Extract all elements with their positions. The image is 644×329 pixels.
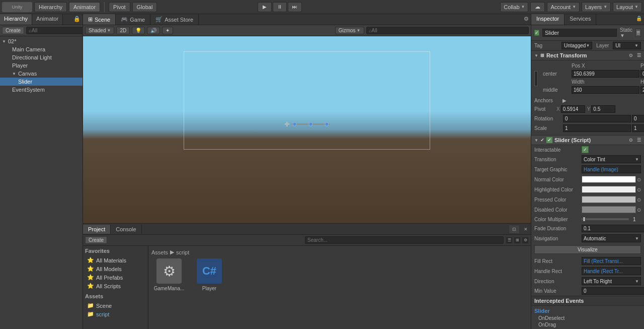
project-list-view[interactable]: ☰ bbox=[506, 237, 513, 244]
fade-duration-input[interactable] bbox=[582, 225, 644, 232]
rect-transform-section[interactable]: ▼ ⊞ Rect Transform ⊙ ☰ bbox=[531, 50, 644, 60]
highlighted-color-picker[interactable]: ⊙ bbox=[637, 187, 641, 192]
assets-script[interactable]: 📁script bbox=[85, 310, 146, 318]
play-btn[interactable]: ▶ bbox=[258, 2, 272, 12]
hier-main-camera[interactable]: Main Camera bbox=[0, 45, 83, 53]
interactable-checkbox[interactable]: ✓ bbox=[582, 146, 589, 153]
slider-script-menu[interactable]: ☰ bbox=[637, 138, 641, 143]
collab-dropdown[interactable]: Collab ▼ bbox=[500, 2, 528, 12]
global-btn[interactable]: Global bbox=[132, 2, 157, 12]
tab-animator[interactable]: Animator bbox=[32, 14, 63, 25]
shading-dropdown[interactable]: Shaded ▼ bbox=[85, 27, 114, 34]
tab-hierarchy[interactable]: Hierarchy bbox=[0, 14, 32, 25]
scale-x[interactable] bbox=[563, 124, 631, 132]
tab-console[interactable]: Console bbox=[111, 225, 141, 234]
layout-dropdown[interactable]: Layout ▼ bbox=[613, 2, 642, 12]
layer-dropdown[interactable]: UI ▼ bbox=[613, 42, 641, 49]
color-multiplier-slider[interactable] bbox=[582, 216, 629, 223]
tab-project[interactable]: Project bbox=[83, 225, 111, 234]
min-value-input[interactable] bbox=[582, 287, 644, 295]
component-name-input[interactable] bbox=[542, 29, 617, 37]
bottom-lock[interactable]: ✕ bbox=[521, 225, 531, 233]
pressed-color-picker[interactable]: ⊙ bbox=[637, 197, 641, 203]
rot-y[interactable] bbox=[632, 115, 644, 122]
rot-x[interactable] bbox=[563, 115, 631, 122]
scene-search[interactable] bbox=[366, 27, 529, 34]
fav-all-models[interactable]: ⭐All Models bbox=[85, 265, 146, 273]
normal-color-picker[interactable]: ⊙ bbox=[637, 177, 641, 182]
pivot-x-input[interactable] bbox=[561, 105, 585, 113]
hier-eventsystem[interactable]: EventSystem bbox=[0, 86, 83, 94]
tab-game[interactable]: 🎮 Game bbox=[116, 14, 150, 25]
slider-script-check[interactable]: ✓ bbox=[546, 137, 552, 143]
visualize-btn[interactable]: Visualize bbox=[534, 245, 641, 254]
hier-slider[interactable]: Slider bbox=[0, 78, 83, 86]
pressed-color-swatch[interactable] bbox=[582, 196, 636, 203]
favorites-header: Favorites bbox=[85, 248, 146, 254]
target-graphic-field[interactable]: Handle (Image) bbox=[582, 165, 641, 173]
pivot-btn[interactable]: Pivot bbox=[109, 2, 130, 12]
step-btn[interactable]: ⏭ bbox=[288, 2, 302, 12]
pos-x-input[interactable] bbox=[572, 70, 639, 78]
asset-icon-player: C# bbox=[197, 258, 222, 284]
highlighted-color-swatch[interactable] bbox=[582, 186, 636, 193]
normal-color-swatch[interactable] bbox=[582, 176, 636, 183]
transition-dropdown[interactable]: Color Tint ▼ bbox=[582, 155, 641, 163]
cloud-btn[interactable]: ☁ bbox=[530, 2, 545, 12]
pause-btn[interactable]: ⏸ bbox=[273, 2, 287, 12]
fx-btn[interactable]: ✦ bbox=[162, 27, 173, 34]
project-grid-view[interactable]: ⊞ bbox=[514, 237, 521, 244]
inspector-content: ✓ Static ▼ ☰ Tag Untagged ▼ Layer UI ▼ ▼… bbox=[531, 25, 644, 329]
scene-maximize[interactable]: ⚙ bbox=[522, 14, 531, 25]
project-create-btn[interactable]: Create bbox=[85, 236, 107, 244]
slider-script-options[interactable]: ⊙ bbox=[629, 138, 633, 143]
project-settings[interactable]: ⚙ bbox=[522, 237, 529, 244]
multiplier-thumb[interactable] bbox=[583, 217, 586, 222]
gizmos-dropdown[interactable]: Gizmos ▼ bbox=[335, 27, 364, 34]
active-checkbox[interactable]: ✓ bbox=[534, 30, 539, 36]
fill-rect-field[interactable]: Fill (Rect Transi... bbox=[582, 257, 641, 265]
hierarchy-btn[interactable]: Hierarchy bbox=[34, 2, 67, 12]
scale-y[interactable] bbox=[632, 124, 644, 132]
fav-all-materials[interactable]: ⭐All Materials bbox=[85, 256, 146, 265]
tab-scene[interactable]: ⊞ Scene bbox=[83, 14, 116, 25]
tab-asset-store[interactable]: 🛒 Asset Store bbox=[150, 14, 199, 25]
anchor-preset-icon[interactable] bbox=[534, 71, 538, 86]
hier-player[interactable]: Player bbox=[0, 61, 83, 70]
layers-dropdown[interactable]: Layers ▼ bbox=[582, 2, 611, 12]
animator-btn[interactable]: Animator bbox=[69, 2, 100, 12]
direction-dropdown[interactable]: Left To Right ▼ bbox=[582, 277, 641, 285]
hier-canvas[interactable]: ▼ Canvas bbox=[0, 70, 83, 78]
inspector-lock[interactable]: 🔒 bbox=[634, 14, 644, 25]
assets-scene[interactable]: 📁Scene bbox=[85, 301, 146, 310]
pivot-y-input[interactable] bbox=[591, 105, 615, 113]
lighting-btn[interactable]: 💡 bbox=[132, 27, 145, 34]
hier-directional-light[interactable]: Directional Light bbox=[0, 53, 83, 61]
audio-btn[interactable]: 🔊 bbox=[147, 27, 160, 34]
create-btn[interactable]: Create bbox=[2, 27, 24, 34]
width-input[interactable] bbox=[572, 86, 639, 94]
fav-all-scripts[interactable]: ⭐All Scripts bbox=[85, 282, 146, 290]
rect-transform-extra[interactable]: ⊙ bbox=[629, 53, 633, 58]
mode-2d-btn[interactable]: 2D bbox=[116, 27, 130, 34]
pos-y-input[interactable] bbox=[640, 70, 644, 78]
project-search[interactable] bbox=[305, 236, 504, 244]
rect-transform-menu[interactable]: ☰ bbox=[637, 53, 641, 58]
asset-player[interactable]: C# Player bbox=[192, 258, 227, 291]
slider-script-section[interactable]: ▼ ✓ ✓ Slider (Script) ⊙ ☰ bbox=[531, 135, 644, 145]
tab-inspector[interactable]: Inspector bbox=[531, 14, 565, 25]
disabled-color-picker[interactable]: ⊙ bbox=[637, 207, 641, 213]
disabled-color-swatch[interactable] bbox=[582, 206, 636, 213]
tag-dropdown[interactable]: Untagged ▼ bbox=[561, 42, 592, 49]
tab-services[interactable]: Services bbox=[565, 14, 596, 25]
navigation-dropdown[interactable]: Automatic ▼ bbox=[582, 234, 641, 242]
account-dropdown[interactable]: Account ▼ bbox=[547, 2, 580, 12]
asset-gamemana[interactable]: ⚙ GameMana... bbox=[151, 258, 187, 291]
scene-view[interactable]: ✛ bbox=[83, 36, 531, 223]
bottom-expand[interactable]: ⊡ bbox=[509, 225, 520, 234]
height-input[interactable] bbox=[640, 86, 644, 94]
inspector-options[interactable]: ☰ bbox=[635, 29, 641, 37]
left-panel-lock[interactable]: 🔒 bbox=[71, 14, 83, 25]
handle-rect-field[interactable]: Handle (Rect Tr... bbox=[582, 267, 641, 275]
fav-all-prefabs[interactable]: ⭐All Prefabs bbox=[85, 273, 146, 282]
